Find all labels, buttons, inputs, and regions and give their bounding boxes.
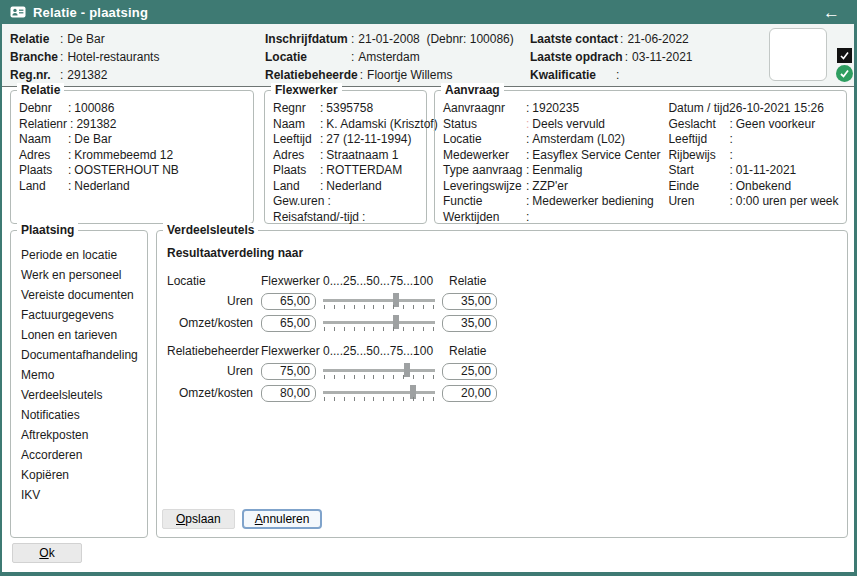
field-row: Regnr:5395758 — [273, 101, 418, 117]
column-relatie-label: Relatie — [447, 274, 837, 288]
field-value: Amsterdam — [358, 50, 419, 64]
field-row: Relatienr:291382 — [19, 117, 245, 133]
field-row: Datum / tijd26-10-2021 15:26 — [668, 101, 838, 117]
relation-summary-header: Relatie:De Bar Branche:Hotel-restaurants… — [2, 24, 854, 87]
field-row: Locatie:Amsterdam (L02) — [443, 132, 660, 148]
relatie-plaatsing-window: Relatie - plaatsing ← Relatie:De Bar Bra… — [0, 0, 857, 576]
column-flexwerker-label: Flexwerker — [261, 344, 323, 358]
row-relatiebeheerder-omzet: Omzet/kosten — [167, 382, 837, 404]
field-row: Debnr:100086 — [19, 101, 245, 117]
panel-verdeelsleutels-legend: Verdeelsleutels — [163, 223, 258, 237]
status-value: Deels vervuld — [532, 117, 605, 131]
field-row: Plaats:ROTTERDAM — [273, 163, 418, 179]
menu-item-lonen-en-tarieven[interactable]: Lonen en tarieven — [21, 325, 147, 345]
slider-scale-label: 0....25...50...75...100 — [323, 344, 447, 358]
menu-item-notificaties[interactable]: Notificaties — [21, 405, 147, 425]
locatie-omzet-relatie-input[interactable] — [442, 315, 497, 332]
menu-item-vereiste-documenten[interactable]: Vereiste documenten — [21, 285, 147, 305]
field-value: 03-11-2021 — [632, 50, 693, 64]
column-flexwerker-label: Flexwerker — [261, 274, 323, 288]
field-row: Leveringswijze:ZZP'er — [443, 179, 660, 195]
header-column-dates: Inschrijfdatum:21-01-2008 (Debnr: 100086… — [265, 30, 514, 84]
field-value: 21-06-2022 — [627, 32, 688, 46]
field-row: Adres:Straatnaam 1 — [273, 148, 418, 164]
panel-plaatsing-legend: Plaatsing — [17, 223, 78, 237]
field-label: Relatie — [10, 32, 58, 46]
aanvraag-right-column: Datum / tijd26-10-2021 15:26 Geslacht:Ge… — [668, 101, 838, 225]
resultaatverdeling-heading: Resultaatverdeling naar — [167, 246, 837, 264]
field-row: Functie:Medewerker bediening — [443, 194, 660, 210]
menu-item-memo[interactable]: Memo — [21, 365, 147, 385]
field-label: Laatste opdrach — [530, 50, 623, 64]
panel-verdeelsleutels: Verdeelsleutels Resultaatverdeling naar … — [156, 230, 848, 538]
menu-item-ikv[interactable]: IKV — [21, 485, 147, 505]
field-row: Werktijden: — [443, 210, 660, 226]
locatie-omzet-flexwerker-input[interactable] — [261, 315, 316, 332]
green-check-icon[interactable] — [836, 65, 853, 82]
relatiebeheerder-omzet-relatie-input[interactable] — [442, 385, 497, 402]
black-checkbox-icon[interactable] — [837, 48, 852, 63]
field-row: Land:Nederland — [273, 179, 418, 195]
field-row: Plaats:OOSTERHOUT NB — [19, 163, 245, 179]
row-relatiebeheerder-uren: Uren — [167, 360, 837, 382]
locatie-omzet-slider — [323, 314, 435, 332]
field-label: Laatste contact — [530, 32, 618, 46]
menu-item-accorderen[interactable]: Accorderen — [21, 445, 147, 465]
menu-item-documentafhandeling[interactable]: Documentafhandeling — [21, 345, 147, 365]
panel-relatie-legend: Relatie — [17, 83, 64, 97]
locatie-uren-relatie-input[interactable] — [442, 293, 497, 310]
field-value: De Bar — [67, 32, 104, 46]
relatiebeheerder-uren-slider — [323, 362, 435, 380]
field-row: Adres:Krommebeemd 12 — [19, 148, 245, 164]
field-value: Hotel-restaurants — [67, 50, 159, 64]
group-label: Relatiebeheerder — [167, 344, 261, 358]
field-row: Naam:De Bar — [19, 132, 245, 148]
panel-relatie: Relatie Debnr:100086 Relatienr:291382 Na… — [10, 90, 254, 224]
field-label: Relatiebeheerde — [265, 68, 358, 82]
group-relatiebeheerder-header: Relatiebeheerder Flexwerker 0....25...50… — [167, 342, 837, 360]
menu-item-verdeelsleutels[interactable]: Verdeelsleutels — [21, 385, 147, 405]
title-bar: Relatie - plaatsing ← — [2, 0, 854, 24]
menu-item-kopieren[interactable]: Kopiëren — [21, 465, 147, 485]
panel-aanvraag: Aanvraag Aanvraagnr:1920235 Status:Deels… — [434, 90, 847, 224]
menu-item-factuurgegevens[interactable]: Factuurgegevens — [21, 305, 147, 325]
row-locatie-omzet: Omzet/kosten — [167, 312, 837, 334]
header-column-relation: Relatie:De Bar Branche:Hotel-restaurants… — [10, 30, 159, 84]
field-row: Gew.uren: — [273, 194, 418, 210]
opslaan-button[interactable]: Opslaan — [162, 509, 235, 529]
ok-button[interactable]: Ok — [12, 543, 82, 563]
field-row: Naam:K. Adamski (Krisztof) — [273, 117, 418, 133]
field-row: Aanvraagnr:1920235 — [443, 101, 660, 117]
menu-item-periode-en-locatie[interactable]: Periode en locatie — [21, 245, 147, 265]
menu-item-aftrekposten[interactable]: Aftrekposten — [21, 425, 147, 445]
contact-card-icon — [10, 6, 26, 18]
back-arrow-icon[interactable]: ← — [817, 4, 846, 21]
status-colon: : — [523, 117, 532, 131]
relatiebeheerder-uren-relatie-input[interactable] — [442, 363, 497, 380]
aanvraag-left-column: Aanvraagnr:1920235 Status:Deels vervuld … — [443, 101, 660, 225]
panel-buttons: Opslaan Annuleren — [162, 509, 322, 529]
field-row: Leeftijd:27 (12-11-1994) — [273, 132, 418, 148]
group-locatie-header: Locatie Flexwerker 0....25...50...75...1… — [167, 272, 837, 290]
field-row: Start:01-11-2021 — [668, 163, 838, 179]
locatie-uren-flexwerker-input[interactable] — [261, 293, 316, 310]
field-label: Reg.nr. — [10, 68, 58, 82]
relatiebeheerder-omzet-flexwerker-input[interactable] — [261, 385, 316, 402]
field-row: Leeftijd: — [668, 132, 838, 148]
annuleren-button[interactable]: Annuleren — [242, 509, 323, 529]
panel-flexwerker: Flexwerker Regnr:5395758 Naam:K. Adamski… — [264, 90, 427, 224]
field-value: Floortje Willems — [367, 68, 452, 82]
panel-plaatsing: Plaatsing Periode en locatie Werk en per… — [10, 230, 148, 538]
relatiebeheerder-omzet-slider — [323, 384, 435, 402]
field-label: Branche — [10, 50, 58, 64]
content-area: Relatie Debnr:100086 Relatienr:291382 Na… — [2, 87, 854, 572]
relatiebeheerder-uren-flexwerker-input[interactable] — [261, 363, 316, 380]
window-title: Relatie - plaatsing — [33, 5, 148, 20]
header-column-contact: Laatste contact:21-06-2022 Laatste opdra… — [530, 30, 693, 84]
column-relatie-label: Relatie — [447, 344, 837, 358]
field-row: Einde:Onbekend — [668, 179, 838, 195]
menu-item-werk-en-personeel[interactable]: Werk en personeel — [21, 265, 147, 285]
field-row: Land:Nederland — [19, 179, 245, 195]
field-row: Rijbewijs: — [668, 148, 838, 164]
field-row: Uren:0:00 uren per week — [668, 194, 838, 210]
